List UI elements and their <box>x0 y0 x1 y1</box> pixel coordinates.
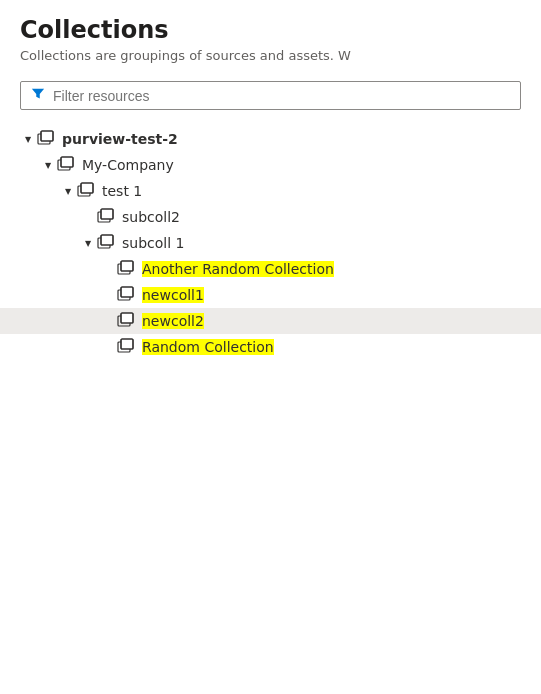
collection-icon-subcoll1 <box>96 233 116 253</box>
node-label-newcoll1: newcoll1 <box>142 287 204 303</box>
expand-arrow-subcoll1[interactable] <box>80 235 96 251</box>
node-label-subcoll1: subcoll 1 <box>122 235 184 251</box>
page-subtitle: Collections are groupings of sources and… <box>20 48 521 63</box>
tree-row-subcoll2[interactable]: subcoll2 <box>0 204 541 230</box>
node-label-my-company: My-Company <box>82 157 174 173</box>
expand-arrow-test1[interactable] <box>60 183 76 199</box>
expand-arrow-my-company[interactable] <box>40 157 56 173</box>
collection-icon-another-random <box>116 259 136 279</box>
tree-row-my-company[interactable]: My-Company <box>0 152 541 178</box>
node-label-test1: test 1 <box>102 183 142 199</box>
tree-row-newcoll1[interactable]: newcoll1 <box>0 282 541 308</box>
collection-icon-random-collection <box>116 337 136 357</box>
svg-rect-7 <box>81 183 93 193</box>
collection-icon-test1 <box>76 181 96 201</box>
tree-row-root[interactable]: purview-test-2 <box>0 126 541 152</box>
svg-rect-1 <box>41 131 53 141</box>
tree-container: purview-test-2 My-Company test 1 subcoll… <box>0 122 541 364</box>
collection-icon-newcoll1 <box>116 285 136 305</box>
filter-icon <box>31 87 45 104</box>
node-label-newcoll2: newcoll2 <box>142 313 204 329</box>
tree-row-another-random[interactable]: Another Random Collection <box>0 256 541 282</box>
svg-rect-22 <box>121 313 133 323</box>
node-label-random-collection: Random Collection <box>142 339 274 355</box>
filter-input-wrapper[interactable] <box>20 81 521 110</box>
node-label-another-random: Another Random Collection <box>142 261 334 277</box>
collection-icon-root <box>36 129 56 149</box>
collection-icon-my-company <box>56 155 76 175</box>
node-label-subcoll2: subcoll2 <box>122 209 180 225</box>
svg-rect-19 <box>121 287 133 297</box>
filter-resources-input[interactable] <box>53 88 510 104</box>
svg-rect-25 <box>121 339 133 349</box>
collection-icon-newcoll2 <box>116 311 136 331</box>
node-label-root: purview-test-2 <box>62 131 178 147</box>
tree-row-newcoll2[interactable]: newcoll2 <box>0 308 541 334</box>
svg-rect-4 <box>61 157 73 167</box>
filter-bar <box>0 71 541 122</box>
page-title: Collections <box>20 16 521 44</box>
page-header: Collections Collections are groupings of… <box>0 0 541 71</box>
svg-rect-16 <box>121 261 133 271</box>
svg-rect-13 <box>101 235 113 245</box>
expand-arrow-root[interactable] <box>20 131 36 147</box>
tree-row-test1[interactable]: test 1 <box>0 178 541 204</box>
collection-icon-subcoll2 <box>96 207 116 227</box>
svg-rect-10 <box>101 209 113 219</box>
tree-row-subcoll1[interactable]: subcoll 1 <box>0 230 541 256</box>
tree-row-random-collection[interactable]: Random Collection <box>0 334 541 360</box>
